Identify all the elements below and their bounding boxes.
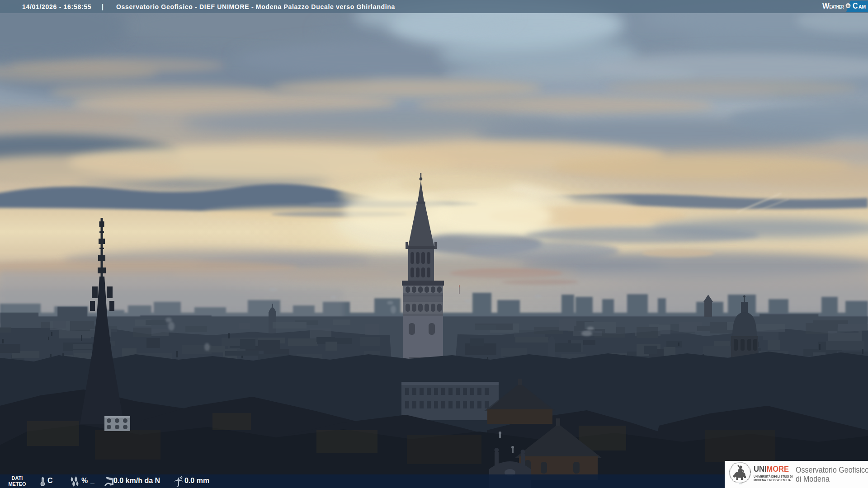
svg-text:AM: AM bbox=[859, 4, 866, 9]
svg-text:EATHER: EATHER bbox=[830, 5, 844, 9]
svg-text:1175: 1175 bbox=[739, 483, 742, 485]
svg-text:W: W bbox=[822, 2, 830, 10]
svg-text:C: C bbox=[853, 1, 858, 10]
